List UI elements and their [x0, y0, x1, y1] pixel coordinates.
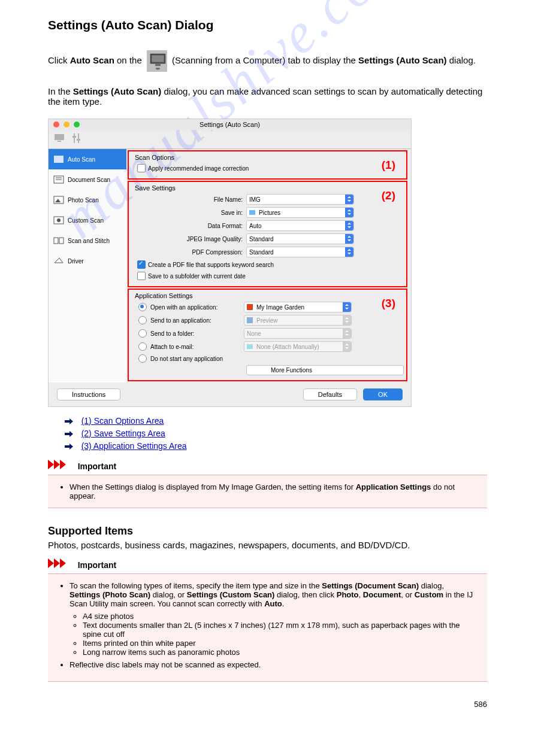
svg-marker-25 — [54, 460, 60, 469]
svg-rect-9 — [72, 136, 76, 138]
instructions-button[interactable]: Instructions — [57, 388, 120, 400]
jpeg-quality-select[interactable]: Standard — [246, 233, 354, 244]
scan-from-computer-icon — [147, 50, 167, 72]
chevron-updown-icon — [345, 208, 353, 217]
scan-and-stitch-icon — [53, 236, 64, 245]
svg-marker-16 — [55, 199, 61, 202]
traffic-lights[interactable] — [53, 122, 82, 129]
sidebar-item-custom-scan[interactable]: Custom Scan — [49, 210, 126, 230]
sidebar-item-scan-and-stitch[interactable]: Scan and Stitch — [49, 230, 126, 251]
create-pdf-checkbox[interactable] — [137, 260, 146, 269]
do-not-start-application-radio[interactable] — [138, 354, 147, 363]
svg-rect-20 — [59, 238, 64, 244]
more-functions-button[interactable]: More Functions — [246, 365, 404, 375]
sidebar: Auto Scan Document Scan Photo Scan Custo… — [49, 149, 126, 382]
svg-rect-8 — [78, 133, 79, 143]
apply-correction-checkbox[interactable] — [137, 164, 146, 172]
link-scan-options-area[interactable]: (1) Scan Options Area — [81, 416, 164, 426]
svg-rect-11 — [54, 156, 64, 163]
svg-rect-5 — [55, 134, 64, 140]
open-with-application-select[interactable]: My Image Garden — [244, 302, 352, 312]
sidebar-item-driver[interactable]: Driver — [49, 251, 126, 271]
close-icon[interactable] — [53, 122, 59, 127]
general-settings-tab[interactable] — [71, 132, 82, 144]
svg-marker-29 — [60, 558, 66, 568]
data-format-select[interactable]: Auto — [246, 220, 354, 231]
file-name-input[interactable]: IMG — [246, 194, 354, 205]
svg-marker-23 — [65, 444, 73, 450]
do-not-start-application-label: Do not start any application — [150, 356, 223, 362]
svg-marker-21 — [65, 418, 73, 424]
my-image-garden-icon — [247, 304, 253, 310]
attach-to-email-select[interactable]: None (Attach Manually) — [244, 341, 352, 352]
preview-app-icon — [247, 317, 253, 323]
sidebar-item-document-scan[interactable]: Document Scan — [49, 169, 126, 190]
ok-button[interactable]: OK — [363, 388, 403, 400]
attach-to-email-label: Attach to e-mail: — [150, 344, 240, 350]
important-icon — [48, 460, 73, 471]
scan-options-area: (1) Scan Options Apply recommended image… — [128, 150, 407, 180]
document-scan-icon — [53, 175, 64, 184]
svg-rect-1 — [152, 56, 164, 62]
sidebar-item-photo-scan[interactable]: Photo Scan — [49, 190, 126, 210]
mail-icon — [247, 344, 253, 349]
open-with-application-radio[interactable] — [138, 303, 147, 311]
svg-rect-6 — [58, 141, 61, 142]
minimize-icon[interactable] — [64, 122, 69, 127]
chevron-updown-icon — [345, 247, 353, 257]
file-name-label: File Name: — [135, 196, 243, 203]
heading-settings-auto-scan-dialog: Settings (Auto Scan) Dialog — [48, 18, 487, 32]
send-to-folder-radio[interactable] — [138, 329, 147, 338]
chevron-updown-icon — [345, 195, 353, 204]
sidebar-item-label: Scan and Stitch — [68, 238, 110, 244]
window-titlebar: Settings (Auto Scan) — [49, 119, 411, 130]
important-label: Important — [78, 560, 117, 570]
send-to-application-select[interactable]: Preview — [244, 315, 352, 326]
sidebar-item-auto-scan[interactable]: Auto Scan — [49, 149, 126, 169]
arrow-right-icon — [65, 417, 75, 426]
apply-correction-label: Apply recommended image correction — [148, 165, 249, 172]
chevron-updown-icon — [345, 221, 353, 230]
intro-paragraph-2: In the Settings (Auto Scan) dialog, you … — [48, 86, 487, 107]
application-settings-area: (3) Application Settings Open with an ap… — [128, 289, 407, 381]
send-to-folder-select[interactable]: None — [244, 328, 352, 339]
sidebar-item-label: Auto Scan — [68, 156, 95, 163]
attach-to-email-radio[interactable] — [138, 342, 147, 351]
create-pdf-label: Create a PDF file that supports keyword … — [148, 262, 274, 268]
svg-point-18 — [57, 218, 61, 222]
svg-rect-10 — [77, 139, 80, 141]
folder-icon — [249, 210, 255, 215]
application-settings-header: Application Settings — [135, 292, 404, 299]
link-save-settings-area[interactable]: (2) Save Settings Area — [81, 429, 165, 438]
save-in-label: Save in: — [135, 210, 243, 216]
link-application-settings-area[interactable]: (3) Application Settings Area — [81, 441, 187, 451]
pdf-compression-label: PDF Compression: — [135, 249, 243, 256]
important-note-2: To scan the following types of items, sp… — [48, 573, 487, 682]
scan-options-header: Scan Options — [135, 154, 404, 161]
supported-items-heading: Supported Items — [48, 525, 487, 538]
page-number: 586 — [48, 700, 487, 709]
open-with-application-label: Open with an application: — [150, 304, 240, 311]
annotation-2: (2) — [382, 189, 395, 202]
driver-icon — [53, 257, 64, 265]
auto-scan-icon — [53, 155, 64, 163]
save-subfolder-checkbox[interactable] — [137, 272, 146, 280]
defaults-button[interactable]: Defaults — [303, 388, 357, 400]
pdf-compression-select[interactable]: Standard — [246, 247, 354, 257]
scan-from-computer-tab[interactable] — [53, 132, 67, 144]
zoom-icon[interactable] — [74, 122, 80, 127]
send-to-application-radio[interactable] — [138, 316, 147, 324]
chevron-updown-icon — [343, 302, 351, 312]
custom-scan-icon — [53, 216, 64, 224]
save-in-select[interactable]: Pictures — [246, 207, 354, 218]
important-note-1: When the Settings dialog is displayed fr… — [48, 475, 487, 508]
send-to-application-label: Send to an application: — [150, 317, 240, 324]
chevron-updown-icon — [343, 315, 351, 325]
important-icon — [48, 558, 73, 570]
svg-marker-28 — [54, 558, 60, 568]
arrow-right-icon — [65, 430, 75, 439]
save-subfolder-label: Save to a subfolder with current date — [148, 273, 246, 280]
sidebar-item-label: Document Scan — [68, 177, 110, 183]
important-label: Important — [78, 462, 117, 471]
photo-scan-icon — [53, 196, 64, 204]
